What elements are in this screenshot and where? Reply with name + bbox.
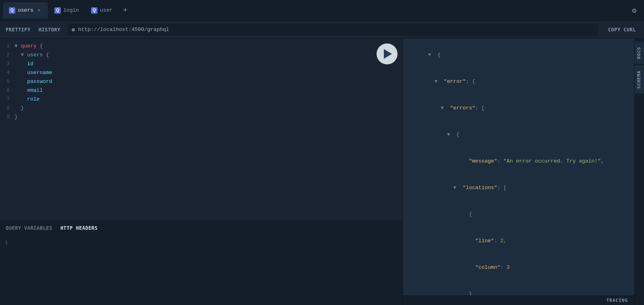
tab-login[interactable]: Q login	[49, 2, 85, 19]
code-line-8: }	[14, 104, 398, 113]
main-area: 1 2 3 4 5 6 7 8 9 ▼ query { ▼ users { id…	[0, 39, 644, 305]
tab-icon-user: Q	[91, 7, 97, 14]
run-button[interactable]	[377, 43, 398, 64]
bottom-content[interactable]: 1	[0, 235, 402, 251]
add-tab-button[interactable]: +	[119, 4, 132, 17]
bottom-tabs: QUERY VARIABLES HTTP HEADERS	[0, 221, 402, 235]
editor-area[interactable]: 1 2 3 4 5 6 7 8 9 ▼ query { ▼ users { id…	[0, 39, 402, 221]
copy-curl-button[interactable]: COPY CURL	[605, 25, 639, 34]
tab-label-users: users	[18, 7, 33, 13]
tracing-label[interactable]: TRACING	[607, 298, 628, 303]
code-line-4: username	[14, 68, 398, 77]
response-line-3: ▼ "errors": [	[403, 95, 634, 122]
line-numbers: 1 2 3 4 5 6 7 8 9	[0, 42, 14, 217]
code-line-3: id	[14, 60, 398, 68]
response-line-6: ▼ "locations": [	[403, 175, 634, 201]
settings-icon[interactable]: ⚙	[628, 4, 641, 17]
response-line-4: ▼ {	[403, 122, 634, 148]
editor-panel: 1 2 3 4 5 6 7 8 9 ▼ query { ▼ users { id…	[0, 39, 403, 305]
code-line-1: ▼ query {	[14, 42, 398, 51]
response-line-9: "column": 3	[403, 254, 634, 281]
response-line-8: "line": 2,	[403, 228, 634, 254]
run-button-container	[377, 43, 398, 64]
code-line-6: email	[14, 86, 398, 95]
response-panel[interactable]: ▼ { ▼ "error": { ▼ "errors": [ ▼ { "mess…	[403, 39, 634, 305]
tab-users[interactable]: Q users ✕	[3, 2, 48, 19]
side-tabs: DOCS SCHEMA	[634, 39, 644, 305]
response-line-5: "message": "An error occurred. Try again…	[403, 148, 634, 175]
tab-label-user: user	[100, 7, 112, 13]
close-tab-users[interactable]: ✕	[36, 7, 42, 14]
code-line-2: ▼ users {	[14, 51, 398, 60]
docs-tab[interactable]: DOCS	[635, 42, 644, 64]
url-bar[interactable]: http://localhost:4500/graphql	[68, 24, 598, 36]
tab-query-variables[interactable]: QUERY VARIABLES	[5, 224, 53, 233]
url-status-dot	[72, 28, 75, 31]
bottom-line-num: 1	[5, 239, 398, 247]
code-line-7: role	[14, 95, 398, 104]
url-text: http://localhost:4500/graphql	[78, 27, 169, 33]
code-line-5: password	[14, 77, 398, 86]
toolbar: PRETTIFY HISTORY http://localhost:4500/g…	[0, 21, 644, 39]
response-line-1: ▼ {	[403, 42, 634, 68]
tab-http-headers[interactable]: HTTP HEADERS	[60, 224, 99, 233]
response-line-7: {	[403, 201, 634, 228]
tab-icon-users: Q	[9, 7, 15, 14]
tab-bar: Q users ✕ Q login Q user + ⚙	[0, 0, 644, 21]
history-button[interactable]: HISTORY	[38, 25, 61, 34]
tab-label-login: login	[63, 7, 79, 13]
code-editor[interactable]: ▼ query { ▼ users { id username password…	[14, 42, 402, 217]
tracing-bar: TRACING	[403, 295, 634, 305]
prettify-button[interactable]: PRETTIFY	[5, 25, 31, 34]
bottom-panel: QUERY VARIABLES HTTP HEADERS 1	[0, 221, 402, 305]
code-line-9: }	[14, 113, 398, 122]
schema-tab[interactable]: SCHEMA	[635, 66, 644, 94]
tab-user[interactable]: Q user	[85, 2, 118, 19]
response-line-2: ▼ "error": {	[403, 68, 634, 95]
tab-icon-login: Q	[54, 7, 61, 14]
